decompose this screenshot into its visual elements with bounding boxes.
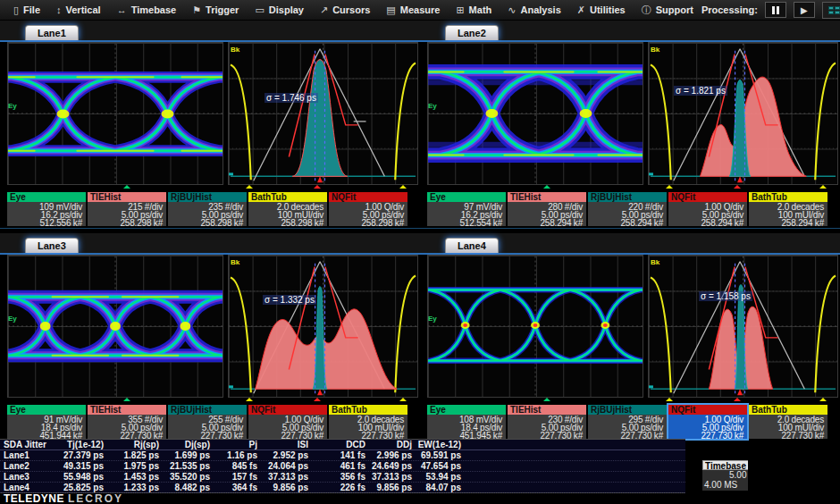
cell: 53.94 ps xyxy=(414,472,463,482)
descriptor-bathtub[interactable]: BathTub 2.0 decades100 mUI/div258.294 k# xyxy=(749,192,827,226)
descriptor-eye[interactable]: Eye 97 mV/div16.2 ps/div512.554 k# xyxy=(427,192,506,226)
cell: 55.948 ps xyxy=(55,472,105,482)
lane2-eye-diagram[interactable]: Ey xyxy=(427,42,643,185)
lane4-jitter-histogram[interactable]: Bk σ = 1.158 ps xyxy=(648,255,838,398)
descriptor-eye[interactable]: Eye 109 mV/div16.2 ps/div512.556 k# xyxy=(7,192,86,226)
descriptor-rjbujhist[interactable]: RjBUjHist 295 #/div5.00 ps/div227.730 k# xyxy=(588,405,667,439)
descriptor-rjbujhist[interactable]: RjBUjHist 235 #/div5.00 ps/div258.298 k# xyxy=(168,192,247,226)
trace-markers xyxy=(0,185,420,189)
menu-utilities[interactable]: ✗Utilities xyxy=(569,0,634,21)
lane1-eye-diagram[interactable]: Ey xyxy=(7,42,223,185)
descriptor-title: RjBUjHist xyxy=(168,405,247,415)
cell: 226 fs xyxy=(310,483,367,492)
menu-math[interactable]: ⊞Math xyxy=(448,0,500,21)
lane1-group: Lane1 Ey xyxy=(0,21,420,223)
descriptor-title: BathTub xyxy=(329,405,407,415)
descriptor-nqfit-selected[interactable]: NQFit 1.00 Q/div5.00 ps/div227.730 k# xyxy=(668,405,747,439)
tab-lane3[interactable]: Lane3 xyxy=(25,238,79,253)
histogram-plot xyxy=(229,43,417,184)
menu-analysis-label: Analysis xyxy=(521,4,561,15)
lane3-descriptors: Eye 91 mV/div18.4 ps/div451.944 k# TIEHi… xyxy=(0,405,420,439)
descriptor-bathtub[interactable]: BathTub 2.0 decades100 mUI/div227.730 k# xyxy=(749,405,827,439)
lane2-jitter-histogram[interactable]: Bk σ = 1.821 ps xyxy=(648,42,838,185)
descriptor-rjbujhist[interactable]: RjBUjHist 255 #/div5.00 ps/div227.730 k# xyxy=(168,405,247,439)
eye-trace-label: Ey xyxy=(8,102,17,110)
lane3-jitter-histogram[interactable]: Bk σ = 1.332 ps xyxy=(228,255,418,398)
nqfit-marker-icon xyxy=(314,185,321,189)
descriptor-nqfit[interactable]: NQFit 1.00 Q/div5.00 ps/div258.298 k# xyxy=(329,192,407,226)
menu-timebase[interactable]: ↔Timebase xyxy=(109,0,185,21)
descriptor-line: 227.730 k# xyxy=(751,432,824,440)
menu-file[interactable]: ▯File xyxy=(5,0,48,21)
menu-support[interactable]: ⓘSupport xyxy=(634,0,701,21)
bathtub-marker-icon xyxy=(399,185,407,189)
descriptor-eye[interactable]: Eye 108 mV/div18.4 ps/div451.945 k# xyxy=(427,405,506,439)
row-label: Lane4 xyxy=(0,483,55,492)
cell: 9.856 ps xyxy=(367,483,414,492)
play-button[interactable]: ▶ xyxy=(794,2,815,18)
cell: 9.856 ps xyxy=(259,483,310,492)
descriptor-eye[interactable]: Eye 91 mV/div18.4 ps/div451.944 k# xyxy=(7,405,86,439)
lane4-tabstrip: Lane4 xyxy=(420,233,840,253)
timebase-descriptor[interactable]: Timebase 5.00 4.00 MS 8 xyxy=(702,460,748,491)
cursor-arrow-icon: ↗ xyxy=(320,4,328,16)
lane2-tabstrip: Lane2 xyxy=(420,21,840,40)
mosaic-dropdown[interactable]: Mosaic xyxy=(822,2,840,19)
menu-measure[interactable]: ▤Measure xyxy=(378,0,448,21)
descriptor-tiehist[interactable]: TIEHist 230 #/div5.00 ps/div227.730 k# xyxy=(508,405,586,439)
col-header: DDj xyxy=(367,440,414,449)
cell: 1.16 ps xyxy=(212,450,259,460)
eye-diagram-plot xyxy=(428,256,643,397)
menu-vertical[interactable]: ↕Vertical xyxy=(48,0,109,21)
menu-cursors[interactable]: ↗Cursors xyxy=(312,0,378,21)
lane1-jitter-histogram[interactable]: Bk σ = 1.746 ps xyxy=(228,42,418,185)
menu-display[interactable]: ▭Display xyxy=(247,0,312,21)
row-label: Lane1 xyxy=(0,450,55,460)
col-header: Dj(sp) xyxy=(161,440,212,449)
descriptor-title: NQFit xyxy=(248,405,327,415)
descriptor-title: RjBUjHist xyxy=(588,405,667,415)
descriptor-title: BathTub xyxy=(749,192,827,202)
descriptor-tiehist[interactable]: TIEHist 355 #/div5.00 ps/div227.730 k# xyxy=(88,405,166,439)
menu-trigger[interactable]: ⚑Trigger xyxy=(184,0,247,21)
cell: 35.520 ps xyxy=(161,472,212,482)
eye-trace-label: Ey xyxy=(428,102,437,110)
descriptor-title: TIEHist xyxy=(88,405,166,415)
histogram-plot xyxy=(649,256,837,397)
menu-bar: ▯File ↕Vertical ↔Timebase ⚑Trigger ▭Disp… xyxy=(0,0,840,21)
descriptor-title: RjBUjHist xyxy=(588,192,667,202)
tab-lane4[interactable]: Lane4 xyxy=(445,238,499,253)
col-header: DCD xyxy=(310,440,367,449)
descriptor-bathtub[interactable]: BathTub 2.0 decades100 mUI/div258.298 k# xyxy=(248,192,327,226)
bathtub-marker-icon xyxy=(819,185,827,189)
jitter-table-header: SDA Jitter Tj(1e-12) Rj(sp) Dj(sp) Pj IS… xyxy=(0,440,685,450)
cell: 1.233 ps xyxy=(105,483,161,492)
descriptor-title: NQFit xyxy=(668,192,747,202)
eye-marker-icon xyxy=(543,185,550,189)
menu-analysis[interactable]: ∿Analysis xyxy=(500,0,568,21)
descriptor-tiehist[interactable]: TIEHist 280 #/div5.00 ps/div258.294 k# xyxy=(508,192,586,226)
tab-lane2[interactable]: Lane2 xyxy=(445,25,499,40)
descriptor-title: TIEHist xyxy=(88,192,166,202)
lane2-group: Lane2 Ey xyxy=(420,21,840,223)
pause-button[interactable] xyxy=(765,2,786,18)
trigger-flag-icon: ⚑ xyxy=(192,4,201,16)
lane4-eye-diagram[interactable]: Ey xyxy=(427,255,643,398)
nqfit-marker-icon xyxy=(314,398,321,401)
tab-lane1[interactable]: Lane1 xyxy=(25,25,79,40)
descriptor-nqfit[interactable]: NQFit 1.00 Q/div5.00 ps/div227.730 k# xyxy=(248,405,327,439)
measure-icon: ▤ xyxy=(386,4,395,16)
col-header: SDA Jitter xyxy=(0,440,55,449)
col-header: EW(1e-12) xyxy=(414,440,463,449)
cell: 141 fs xyxy=(310,450,367,460)
descriptor-nqfit[interactable]: NQFit 1.00 Q/div5.00 ps/div258.294 k# xyxy=(668,192,747,226)
pause-icon xyxy=(772,6,779,14)
descriptor-bathtub[interactable]: BathTub 2.0 decades100 mUI/div227.730 k# xyxy=(329,405,407,439)
lane3-eye-diagram[interactable]: Ey xyxy=(7,255,223,398)
descriptor-rjbujhist[interactable]: RjBUjHist 220 #/div5.00 ps/div258.294 k# xyxy=(588,192,667,226)
menu-utilities-label: Utilities xyxy=(590,4,626,15)
teledyne-lecroy-logo: TELEDYNELECROY xyxy=(4,492,123,504)
menu-file-label: File xyxy=(23,4,40,15)
eye-marker-icon xyxy=(123,185,130,189)
descriptor-tiehist[interactable]: TIEHist 215 #/div5.00 ps/div258.298 k# xyxy=(88,192,166,226)
